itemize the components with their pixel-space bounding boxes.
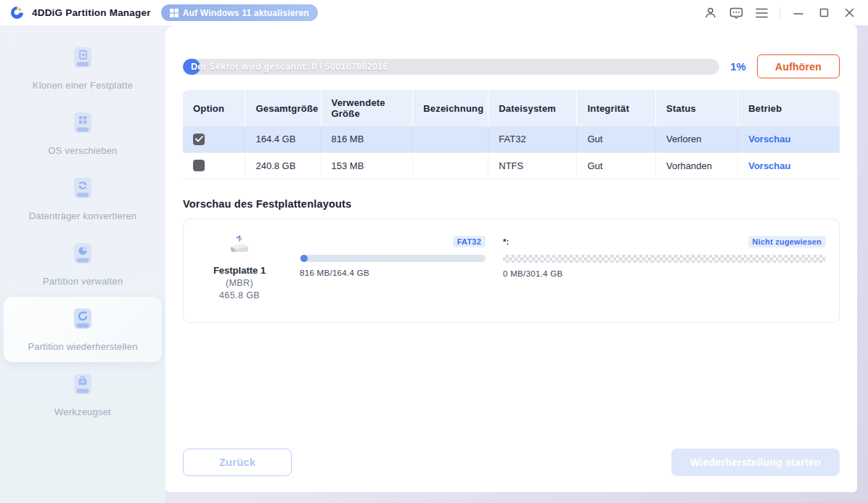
partition-bar [300, 255, 486, 262]
toolkit-icon [72, 372, 94, 400]
main-panel: Der Sektor wird gescannt: 0 / 5001078620… [165, 25, 857, 492]
update-windows-button[interactable]: Auf Windows 11 aktualisieren [161, 4, 318, 21]
cell-label [413, 126, 488, 152]
convert-disk-icon [72, 176, 94, 204]
move-os-icon [72, 111, 94, 139]
titlebar-divider [779, 7, 780, 19]
col-label: Bezeichnung [413, 90, 488, 126]
minimize-icon[interactable] [788, 3, 808, 23]
preview-link[interactable]: Vorschau [748, 160, 790, 171]
partition-table: Option Gesamtgröße Verwendete Größe Beze… [183, 90, 840, 179]
update-button-label: Auf Windows 11 aktualisieren [183, 8, 309, 18]
cell-total-size: 164.4 GB [245, 126, 321, 152]
cell-used-size: 153 MB [321, 152, 413, 179]
scan-progress-bar: Der Sektor wird gescannt: 0 / 5001078620… [183, 59, 719, 75]
disk-info: Festplatte 1 (MBR) 465.8 GB [197, 235, 282, 300]
col-operation: Betrieb [738, 90, 840, 126]
col-status: Status [656, 90, 738, 126]
cell-filesystem: FAT32 [488, 126, 577, 152]
menu-icon[interactable] [751, 3, 771, 23]
col-filesystem: Dateisystem [488, 90, 577, 126]
table-row[interactable]: 240.8 GB 153 MB NTFS Gut Vorhanden Vorsc… [183, 152, 840, 179]
partition-bar-hatched [503, 255, 826, 263]
partition-usage: 0 MB/301.4 GB [503, 269, 826, 278]
cell-status: Vorhanden [656, 152, 738, 179]
scan-percent: 1% [719, 60, 757, 73]
scan-progress-text: Der Sektor wird gescannt: 0 / 5001078620… [191, 59, 388, 75]
scan-progress-row: Der Sektor wird gescannt: 0 / 5001078620… [183, 54, 840, 78]
manage-partition-icon [72, 242, 94, 269]
sidebar-item-recover-partition[interactable]: Partition wiederherstellen [4, 297, 162, 362]
sidebar-item-manage-partition[interactable]: Partition verwalten [4, 232, 162, 297]
col-used-size: Verwendete Größe [321, 90, 413, 126]
stop-button[interactable]: Aufhören [757, 54, 840, 78]
unallocated-badge: Nicht zugewiesen [748, 236, 827, 248]
cell-status: Verloren [656, 126, 738, 152]
sidebar-item-toolkit[interactable]: Werkzeugset [4, 362, 162, 428]
partition-fat32[interactable]: FAT32 816 MB/164.4 GB [300, 235, 486, 277]
sidebar-item-label: OS verschieben [48, 145, 117, 156]
row-checkbox-unchecked[interactable] [193, 160, 205, 171]
cell-filesystem: NTFS [488, 152, 577, 179]
disk-name: Festplatte 1 [197, 265, 282, 276]
partition-usage: 816 MB/164.4 GB [300, 269, 486, 277]
recover-partition-icon [72, 307, 94, 335]
row-checkbox-checked[interactable] [193, 134, 205, 145]
app-logo-icon [9, 4, 25, 21]
disk-type: (MBR) [197, 278, 282, 288]
start-recovery-button[interactable]: Wiederherstellung starten [671, 449, 840, 476]
user-icon[interactable] [700, 3, 721, 23]
layout-preview-title: Vorschau des Festplattenlayouts [183, 198, 840, 210]
usb-disk-icon [225, 248, 254, 261]
disk-size: 465.8 GB [197, 290, 282, 300]
sidebar-item-clone-disk[interactable]: Klonen einer Festplatte [4, 36, 162, 101]
table-row[interactable]: 164.4 GB 816 MB FAT32 Gut Verloren Vorsc… [183, 126, 840, 152]
partition-unallocated[interactable]: *: Nicht zugewiesen 0 MB/301.4 GB [503, 235, 826, 278]
app-title: 4DDiG Partition Manager [32, 7, 151, 18]
sidebar-item-move-os[interactable]: OS verschieben [4, 101, 162, 166]
col-option: Option [183, 90, 245, 126]
titlebar: 4DDiG Partition Manager Auf Windows 11 a… [0, 0, 868, 25]
close-icon[interactable] [839, 3, 859, 23]
cell-integrity: Gut [577, 152, 656, 179]
table-header-row: Option Gesamtgröße Verwendete Größe Beze… [183, 90, 840, 126]
cell-integrity: Gut [577, 126, 656, 152]
cell-used-size: 816 MB [321, 126, 413, 152]
partition-bar-fill [300, 255, 308, 262]
partition-label: *: [503, 237, 509, 246]
sidebar-item-label: Partition verwalten [43, 276, 123, 287]
chat-icon[interactable] [726, 3, 746, 23]
cell-label [413, 152, 488, 179]
sidebar-item-label: Datenträger konvertieren [29, 210, 137, 221]
sidebar: Klonen einer Festplatte OS verschieben D… [0, 25, 165, 503]
clone-disk-icon [72, 46, 94, 73]
filesystem-badge: FAT32 [453, 236, 486, 248]
back-button[interactable]: Zurück [183, 449, 292, 476]
sidebar-item-label: Klonen einer Festplatte [33, 80, 133, 91]
col-integrity: Integrität [577, 90, 656, 126]
col-total-size: Gesamtgröße [245, 90, 321, 126]
windows-icon [170, 9, 179, 17]
sidebar-item-label: Partition wiederherstellen [28, 341, 137, 352]
maximize-icon[interactable] [814, 3, 834, 23]
cell-total-size: 240.8 GB [245, 152, 321, 179]
sidebar-item-convert-disk[interactable]: Datenträger konvertieren [4, 166, 162, 232]
disk-layout-card: Festplatte 1 (MBR) 465.8 GB FAT32 816 MB… [183, 218, 840, 323]
preview-link[interactable]: Vorschau [748, 134, 790, 144]
sidebar-item-label: Werkzeugset [54, 406, 111, 417]
